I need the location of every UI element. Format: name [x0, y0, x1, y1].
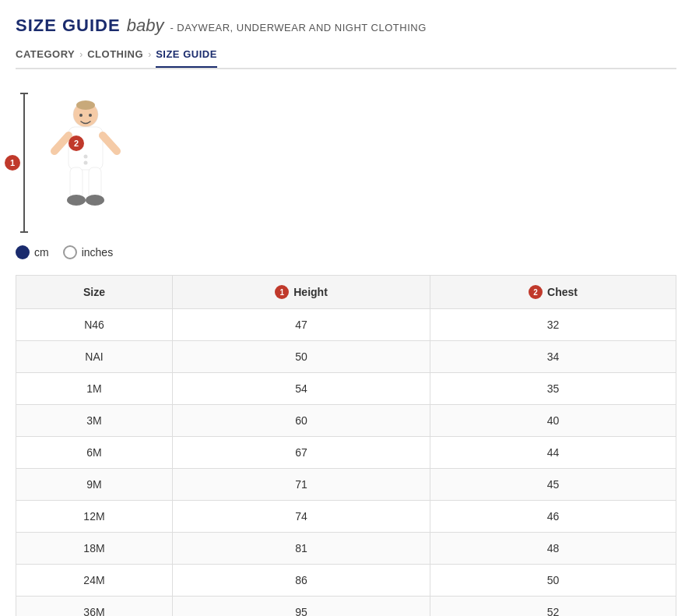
- image-section: 1: [16, 93, 676, 259]
- unit-cm[interactable]: cm: [16, 245, 49, 259]
- cell-chest: 35: [430, 373, 676, 405]
- cell-size: 18M: [16, 533, 173, 565]
- radio-inches-empty: [63, 245, 77, 259]
- title-description: - DAYWEAR, UNDERWEAR AND NIGHT CLOTHING: [170, 22, 426, 33]
- breadcrumb-sep-2: ›: [148, 49, 151, 60]
- cell-size: 24M: [16, 565, 173, 597]
- breadcrumb-clothing[interactable]: CLOTHING: [87, 48, 143, 60]
- cell-size: 1M: [16, 373, 173, 405]
- cell-chest: 40: [430, 405, 676, 437]
- cell-chest: 32: [430, 309, 676, 341]
- table-row: NAI5034: [16, 341, 676, 373]
- chest-badge: 2: [529, 285, 543, 299]
- cell-chest: 46: [430, 501, 676, 533]
- svg-point-12: [84, 161, 88, 165]
- svg-point-8: [86, 195, 104, 206]
- cell-height: 54: [172, 373, 430, 405]
- breadcrumb-category[interactable]: CATEGORY: [16, 48, 75, 60]
- table-row: 24M8650: [16, 565, 676, 597]
- cell-height: 60: [172, 405, 430, 437]
- page-container: SIZE GUIDE baby - DAYWEAR, UNDERWEAR AND…: [0, 0, 692, 616]
- unit-inches-label: inches: [82, 246, 113, 259]
- title-size-guide: SIZE GUIDE: [16, 16, 121, 36]
- svg-rect-6: [89, 167, 101, 199]
- cell-chest: 52: [430, 597, 676, 617]
- table-row: N464732: [16, 309, 676, 341]
- cell-height: 74: [172, 501, 430, 533]
- table-row: 6M6744: [16, 437, 676, 469]
- cell-chest: 50: [430, 565, 676, 597]
- svg-rect-5: [70, 167, 83, 199]
- badge-1: 1: [5, 155, 20, 171]
- cell-height: 50: [172, 341, 430, 373]
- col-header-size: Size: [16, 276, 173, 309]
- unit-selector: cm inches: [16, 245, 113, 259]
- badge-2: 2: [68, 136, 84, 151]
- title-baby: baby: [127, 16, 164, 36]
- breadcrumb-sep-1: ›: [79, 49, 83, 60]
- cell-size: 36M: [16, 597, 173, 617]
- cell-height: 81: [172, 533, 430, 565]
- size-table: Size 1 Height 2 Chest N464732NAI50341M54…: [16, 275, 676, 616]
- col-header-chest: 2 Chest: [430, 276, 676, 309]
- svg-point-11: [84, 155, 88, 159]
- cell-size: 6M: [16, 437, 173, 469]
- cell-size: NAI: [16, 341, 173, 373]
- cell-size: 12M: [16, 501, 173, 533]
- measurement-line-top: [20, 93, 28, 94]
- cell-height: 95: [172, 597, 430, 617]
- col-header-height: 1 Height: [172, 276, 430, 309]
- cell-chest: 45: [430, 469, 676, 501]
- cell-chest: 44: [430, 437, 676, 469]
- table-row: 3M6040: [16, 405, 676, 437]
- cell-chest: 34: [430, 341, 676, 373]
- table-row: 9M7145: [16, 469, 676, 501]
- breadcrumb: CATEGORY › CLOTHING › SIZE GUIDE: [16, 48, 676, 69]
- table-body: N464732NAI50341M54353M60406M67449M714512…: [16, 309, 676, 617]
- table-header-row: Size 1 Height 2 Chest: [16, 276, 676, 309]
- baby-figure-container: 1: [16, 93, 140, 233]
- svg-point-1: [76, 100, 95, 110]
- cell-chest: 48: [430, 533, 676, 565]
- cell-height: 86: [172, 565, 430, 597]
- page-title-section: SIZE GUIDE baby - DAYWEAR, UNDERWEAR AND…: [16, 16, 676, 36]
- table-row: 18M8148: [16, 533, 676, 565]
- svg-point-9: [79, 114, 83, 117]
- breadcrumb-size-guide[interactable]: SIZE GUIDE: [156, 48, 217, 68]
- measurement-line-bottom: [20, 231, 28, 233]
- baby-svg: [47, 100, 125, 225]
- svg-line-3: [54, 136, 68, 151]
- cell-size: N46: [16, 309, 173, 341]
- height-badge: 1: [275, 285, 289, 299]
- cell-height: 67: [172, 437, 430, 469]
- table-row: 12M7446: [16, 501, 676, 533]
- svg-point-10: [89, 114, 92, 117]
- unit-inches[interactable]: inches: [63, 245, 113, 259]
- cell-size: 9M: [16, 469, 173, 501]
- cell-height: 71: [172, 469, 430, 501]
- measurement-line: [23, 93, 25, 233]
- cell-size: 3M: [16, 405, 173, 437]
- table-row: 36M9552: [16, 597, 676, 617]
- cell-height: 47: [172, 309, 430, 341]
- table-row: 1M5435: [16, 373, 676, 405]
- radio-cm-selected: [16, 245, 30, 259]
- svg-line-4: [103, 136, 117, 151]
- svg-point-7: [67, 195, 86, 206]
- unit-cm-label: cm: [34, 246, 49, 259]
